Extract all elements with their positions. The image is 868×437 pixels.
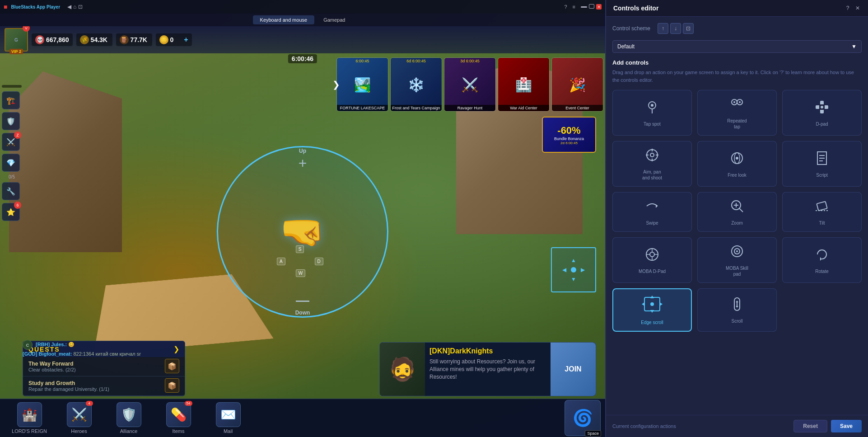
nav-home-btn[interactable]: ⌂ [73,4,76,10]
alliance-icon: 🛡️ [117,402,141,427]
join-alliance-btn[interactable]: JOIN [551,343,596,396]
app-title: BlueStacks App Player [11,5,60,9]
key-d: D [315,258,323,265]
quest-name-1: Study and Growth [28,380,179,386]
ctrl-zoom[interactable]: Zoom [697,192,777,232]
free-look-label: Free look [728,172,747,178]
nav-window-btn[interactable]: ⊡ [78,4,83,10]
menu-btn[interactable]: ≡ [573,4,575,9]
chat-area: C [RBH] Jules.: 😊 [GOD] Bigfoot_meat: 82… [23,340,185,358]
tab-gamepad[interactable]: Gamepad [316,15,352,24]
arrow-upright [579,256,587,265]
svg-line-26 [739,208,743,212]
nav-back-btn[interactable]: ◀ [67,4,71,10]
food-value: 54.3K [91,36,107,43]
ctrl-edge-scroll[interactable]: Edge scroll [612,288,692,332]
lords-reign-icon: 🏰 [17,402,42,427]
reset-btn[interactable]: Reset [793,420,827,432]
controls-panel-title: Controls editor [613,5,658,12]
save-btn[interactable]: Save [831,420,862,432]
ctrl-repeated-tap[interactable]: Repeatedtap [697,90,777,136]
quest-name-0: The Way Forward [28,361,179,367]
rotate-icon [814,246,830,266]
tap-spot-label: Tap spot [644,121,661,127]
controls-help-btn[interactable]: ? [845,5,851,11]
edge-scroll-label: Edge scroll [641,320,663,325]
sidebar-tools-btn[interactable]: 🔧 [2,182,20,200]
tab-keyboard-mouse[interactable]: Keyboard and mouse [253,15,315,24]
scheme-export-btn[interactable]: ⊡ [683,23,694,34]
ctrl-aim-pan-shoot[interactable]: Aim, panand shoot [612,141,692,187]
scheme-select[interactable]: Default ▼ [612,40,862,53]
sidebar-resource-btn[interactable]: 💎 [2,154,20,172]
ctrl-d-pad[interactable]: D-pad [782,90,862,136]
scroll-label: Scroll [731,318,742,324]
space-btn-container: 🌀 Space [565,400,601,436]
footer-buttons: Reset Save [793,420,862,432]
nav-lords-reign[interactable]: 🏰 LORD'S REIGN [5,402,54,434]
svg-point-46 [650,302,654,306]
alliance-message: Still worrying about Resources? Join us,… [429,358,546,381]
nav-alliance[interactable]: 🛡️ Alliance [104,402,154,434]
wood-value: 77.7K [131,36,147,43]
ctrl-tap-spot[interactable]: Tap spot [612,90,692,136]
events-nav-arrow[interactable]: ❯ [332,79,340,90]
quest-item-1[interactable]: Study and Growth Repair the damaged Univ… [23,376,185,396]
dpad-center: 🤜 [266,196,339,268]
scheme-import-btn[interactable]: ↓ [670,23,681,34]
ctrl-swipe[interactable]: Swipe [612,192,692,232]
footer-label: Current configuration actions [612,423,676,429]
ctrl-scroll[interactable]: Scroll [697,288,777,332]
ctrl-moba-d-pad[interactable]: MOBA D-Pad [612,237,692,283]
dpad-up-label: Up [299,148,306,154]
reward-box-1: 📦 [165,378,179,393]
event-card-war-aid[interactable]: 🏥 War Aid Center [498,57,550,112]
tilt-icon [814,198,830,217]
sidebar-recruit-btn[interactable]: ⚔️ Z [2,133,20,151]
ctrl-rotate[interactable]: Rotate [782,237,862,283]
sidebar-shield-btn[interactable]: 🛡️ [2,112,20,130]
scheme-share-btn[interactable]: ↑ [658,23,668,34]
frost-timer: 6d 6:00:45 [391,59,442,63]
ctrl-moba-skill-pad[interactable]: MOBA Skillpad [697,237,777,283]
nav-heroes[interactable]: ⚔️ 4 Heroes [54,402,104,434]
event-card-frost[interactable]: ❄️ 6d 6:00:45 Frost and Tears Campaign [390,57,442,112]
bluestacks-icon: ■ [4,3,7,10]
edge-scroll-arrows: ▲ ◀ ▶ ▼ [560,256,587,283]
sidebar-build-btn[interactable]: 🏗️ [2,91,20,109]
bundle-banner[interactable]: -60% Bundle Bonanza 2d 6:00:45 [542,117,596,153]
edge-scroll-selected-widget[interactable]: ▲ ◀ ▶ ▼ [551,247,596,292]
nav-items[interactable]: 💊 54 Items [154,402,203,434]
wood-icon: 🪵 [120,35,129,44]
event-card-ravager[interactable]: ⚔️ 3d 6:00:45 Ravager Hunt [444,57,496,112]
ctrl-tilt[interactable]: Tilt [782,192,862,232]
add-gold-btn[interactable]: + [184,36,188,44]
quest-reward-1: 📦 [165,378,179,393]
nav-mail[interactable]: ✉️ Mail [203,402,253,434]
close-btn[interactable]: ✕ [596,4,602,9]
avatar-letter: G [14,38,18,42]
controls-body: Control scheme ↑ ↓ ⊡ Default ▼ Add contr… [606,17,868,415]
arrow-down: ▼ [569,275,578,283]
controls-close-btn[interactable]: ✕ [854,5,861,11]
swipe-icon [644,198,660,217]
ctrl-script[interactable]: Script [782,141,862,187]
quest-item-0[interactable]: The Way Forward Clear obstacles. (2/2) 📦 [23,357,185,376]
moba-d-pad-icon [644,246,660,266]
gold-value: 0 [170,36,174,43]
event-card-fortune[interactable]: 🏞️ 6:00:45 FORTUNE LAKESCAPE [336,57,388,112]
sidebar-star-btn[interactable]: ⭐ 6 [2,203,20,221]
player-avatar[interactable]: G VIP 2 [5,28,28,52]
ctrl-free-look[interactable]: Free look [697,141,777,187]
minimize-btn[interactable] [581,6,587,8]
svg-point-32 [650,252,654,257]
event-card-event-center[interactable]: 🎉 Event Center [551,57,603,112]
restore-btn[interactable] [589,4,594,9]
gold-icon: 🪙 [159,35,168,44]
bundle-discount: -60% [557,125,580,136]
space-skill-btn[interactable]: 🌀 Space [565,400,601,436]
skull-resource: 💀 667,860 [32,33,73,46]
dpad-overlay[interactable]: Up Down + 🤜 S W A D [217,146,388,318]
help-btn[interactable]: ? [564,4,567,9]
space-key-badge: Space [585,430,601,437]
